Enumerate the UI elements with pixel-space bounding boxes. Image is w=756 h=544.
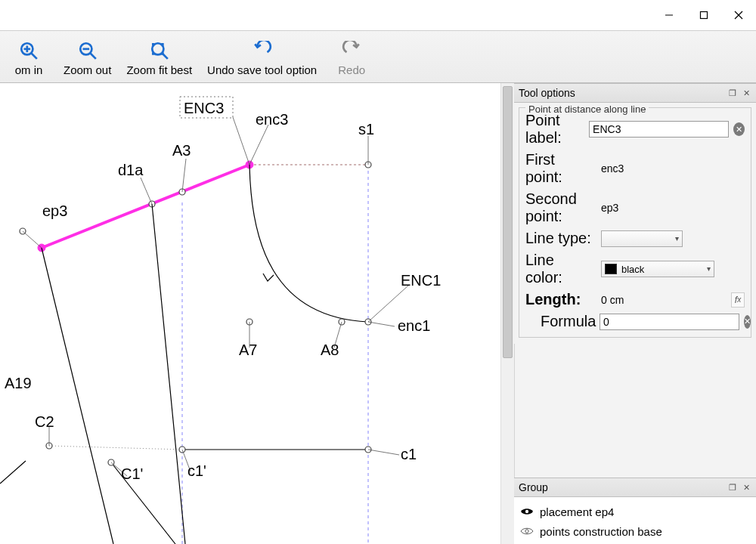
canvas-label: d1a xyxy=(118,162,144,178)
line-color-label: Line color: xyxy=(525,252,595,286)
drawing-canvas[interactable]: .pt { fill:#fff; stroke:#444; stroke-wid… xyxy=(0,83,500,544)
toolbar-label: Redo xyxy=(338,63,365,76)
tool-options-panel: Tool options ❐ ✕ Point at distance along… xyxy=(514,83,756,344)
undo-button[interactable]: Undo save tool option xyxy=(204,39,320,78)
group-item-label: points construction base xyxy=(540,525,662,538)
zoom-out-icon xyxy=(77,40,98,61)
canvas-label: C1' xyxy=(121,465,143,482)
redo-button[interactable]: Redo xyxy=(329,39,374,78)
zoom-in-icon xyxy=(18,40,39,61)
zoom-fit-best-button[interactable]: Zoom fit best xyxy=(123,39,195,78)
formula-input[interactable] xyxy=(600,314,739,330)
window-titlebar xyxy=(0,0,756,30)
canvas-label: A7 xyxy=(239,342,257,358)
line-color-select[interactable]: black ▾ xyxy=(601,261,714,277)
window-minimize-button[interactable] xyxy=(652,4,686,26)
window-maximize-button[interactable] xyxy=(686,4,721,26)
svg-line-25 xyxy=(182,159,186,192)
svg-point-52 xyxy=(525,530,528,533)
svg-rect-1 xyxy=(701,12,708,19)
line-color-value: black xyxy=(621,264,644,275)
toolbar-label: Zoom fit best xyxy=(126,63,192,76)
panel-title-text: Tool options xyxy=(519,87,575,99)
toolbar-label: om in xyxy=(15,63,43,76)
zoom-fit-icon xyxy=(149,40,170,61)
canvas-label: A19 xyxy=(5,375,32,391)
length-label: Length: xyxy=(525,291,595,308)
zoom-out-button[interactable]: Zoom out xyxy=(60,39,114,78)
canvas-label: ENC3 xyxy=(184,100,224,116)
tool-options-titlebar[interactable]: Tool options ❐ ✕ xyxy=(514,83,756,103)
group-titlebar[interactable]: Group ❐ ✕ xyxy=(514,478,756,497)
canvas-label: c1 xyxy=(401,446,417,462)
zoom-in-button[interactable]: om in xyxy=(6,39,51,78)
chevron-down-icon: ▾ xyxy=(675,234,679,243)
svg-line-27 xyxy=(249,125,268,165)
canvas-label: A8 xyxy=(321,342,339,358)
svg-line-5 xyxy=(31,53,37,59)
point-label-input[interactable] xyxy=(589,121,729,138)
undock-icon[interactable]: ❐ xyxy=(727,88,738,98)
group-list: placement ep4 points construction base xyxy=(514,497,756,544)
canvas-label: A3 xyxy=(172,142,191,159)
svg-line-40 xyxy=(0,461,26,484)
undock-icon[interactable]: ❐ xyxy=(727,482,738,493)
group-item[interactable]: points construction base xyxy=(520,521,750,541)
svg-line-43 xyxy=(49,446,182,450)
close-icon[interactable]: ✕ xyxy=(741,482,751,493)
toolbar-label: Undo save tool option xyxy=(207,63,317,76)
canvas-label: ep3 xyxy=(42,202,67,219)
window-close-button[interactable] xyxy=(721,4,756,26)
svg-line-16 xyxy=(42,165,249,248)
point-label-label: Point label: xyxy=(525,112,583,147)
formula-fx-button[interactable]: fx xyxy=(731,292,745,308)
svg-line-34 xyxy=(368,322,395,326)
line-type-select[interactable]: ▾ xyxy=(601,230,683,247)
svg-line-37 xyxy=(42,248,113,544)
group-item[interactable]: placement ep4 xyxy=(520,502,750,521)
length-value: 0 cm xyxy=(601,294,624,306)
svg-line-33 xyxy=(368,286,408,322)
canvas-label: C2 xyxy=(35,413,54,430)
color-swatch xyxy=(605,264,617,274)
close-icon[interactable]: ✕ xyxy=(741,88,751,98)
canvas-scrollbar[interactable] xyxy=(500,83,514,544)
canvas-label: ENC1 xyxy=(401,272,441,289)
first-point-label: First point: xyxy=(525,151,595,186)
panel-title-text: Group xyxy=(519,481,548,493)
side-panel: Tool options ❐ ✕ Point at distance along… xyxy=(514,83,756,544)
clear-input-icon[interactable]: ✕ xyxy=(744,315,751,329)
svg-point-51 xyxy=(525,510,528,513)
chevron-down-icon: ▾ xyxy=(707,264,711,273)
second-point-value: ep3 xyxy=(601,202,618,214)
clear-input-icon[interactable]: ✕ xyxy=(733,122,745,136)
svg-line-50 xyxy=(368,450,399,455)
svg-line-26 xyxy=(233,117,249,165)
second-point-label: Second point: xyxy=(525,190,595,225)
redo-icon xyxy=(341,40,362,61)
line-type-label: Line type: xyxy=(525,230,595,247)
svg-line-23 xyxy=(23,231,42,248)
svg-line-9 xyxy=(90,53,96,59)
canvas-label: s1 xyxy=(358,121,374,138)
svg-line-24 xyxy=(141,178,152,204)
scrollbar-thumb[interactable] xyxy=(503,86,513,358)
visibility-on-icon[interactable] xyxy=(520,506,534,517)
canvas-label: enc1 xyxy=(398,317,430,334)
toolbar-label: Zoom out xyxy=(64,63,111,76)
tool-options-fieldset: Point at distance along line Point label… xyxy=(519,107,751,338)
group-item-label: placement ep4 xyxy=(540,505,614,518)
panel-spacer xyxy=(514,344,756,478)
fieldset-legend: Point at distance along line xyxy=(525,104,649,115)
visibility-off-icon[interactable] xyxy=(520,526,534,536)
first-point-value: enc3 xyxy=(601,162,624,175)
canvas-label: c1' xyxy=(187,462,206,479)
formula-label: Formula xyxy=(541,313,593,330)
svg-line-38 xyxy=(152,204,185,544)
main-toolbar: om in Zoom out Zoom fit best Undo save t… xyxy=(0,30,756,83)
undo-icon xyxy=(252,40,273,61)
canvas-label: enc3 xyxy=(256,111,288,128)
group-panel: Group ❐ ✕ placement ep4 points construct… xyxy=(514,478,756,544)
